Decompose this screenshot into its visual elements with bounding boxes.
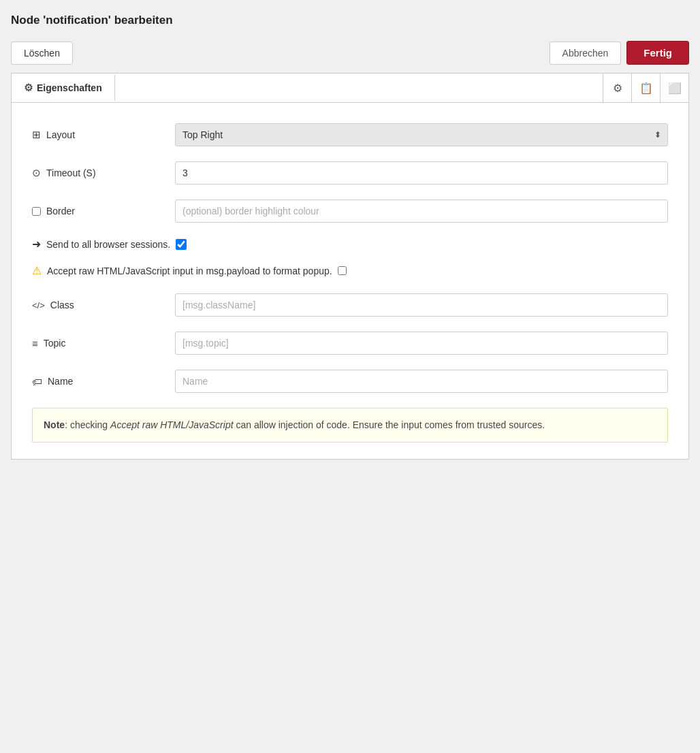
timeout-icon: ⊙ (32, 167, 41, 179)
send-sessions-row: ➜ Send to all browser sessions. (32, 238, 668, 251)
layout-label: ⊞ Layout (32, 129, 175, 141)
arrow-icon: ➜ (32, 238, 41, 251)
class-input[interactable] (175, 293, 668, 317)
tab-properties-label: Eigenschaften (37, 82, 102, 93)
note-text1: : checking (65, 419, 110, 430)
layout-select-wrapper: Top Right Top Left Bottom Right Bottom L… (175, 123, 668, 146)
border-row: Border (32, 199, 668, 223)
accept-raw-checkbox[interactable] (338, 266, 347, 275)
send-label: Send to all browser sessions. (46, 239, 170, 250)
layout-select[interactable]: Top Right Top Left Bottom Right Bottom L… (175, 123, 668, 146)
gear-icon: ⚙ (24, 82, 33, 94)
note-prefix: Note (44, 419, 65, 430)
cancel-button[interactable]: Abbrechen (550, 42, 622, 65)
toolbar: Löschen Abbrechen Fertig (11, 41, 689, 65)
tabs-bar: ⚙ Eigenschaften ⚙ 📋 ⬜ (11, 73, 689, 102)
settings-icon: ⚙ (613, 82, 622, 95)
done-button[interactable]: Fertig (626, 41, 689, 65)
document-icon: 📋 (639, 82, 653, 95)
tab-gear-button[interactable]: ⚙ (603, 74, 631, 102)
topic-row: ≡ Topic (32, 332, 668, 355)
timeout-input[interactable] (175, 161, 668, 185)
properties-panel: ⊞ Layout Top Right Top Left Bottom Right… (11, 102, 689, 460)
border-label: Border (32, 206, 175, 217)
tab-frame-button[interactable]: ⬜ (660, 74, 688, 102)
note-box: Note: checking Accept raw HTML/JavaScrip… (32, 408, 668, 443)
topic-label: ≡ Topic (32, 338, 175, 349)
delete-button[interactable]: Löschen (11, 42, 73, 65)
name-label: 🏷 Name (32, 376, 175, 387)
tab-doc-button[interactable]: 📋 (631, 74, 660, 102)
note-text2: can allow injection of code. Ensure the … (234, 419, 545, 430)
timeout-label: ⊙ Timeout (S) (32, 167, 175, 179)
tab-properties[interactable]: ⚙ Eigenschaften (12, 75, 115, 101)
class-row: </> Class (32, 293, 668, 317)
border-checkbox[interactable] (32, 207, 41, 216)
timeout-row: ⊙ Timeout (S) (32, 161, 668, 185)
warning-icon: ⚠ (32, 264, 42, 277)
code-icon: </> (32, 300, 45, 310)
layout-icon: ⊞ (32, 129, 41, 141)
class-label: </> Class (32, 300, 175, 310)
frame-icon: ⬜ (668, 82, 682, 95)
tag-icon: 🏷 (32, 376, 42, 387)
layout-row: ⊞ Layout Top Right Top Left Bottom Right… (32, 123, 668, 146)
accept-raw-row: ⚠ Accept raw HTML/JavaScript input in ms… (32, 264, 668, 277)
accept-label: Accept raw HTML/JavaScript input in msg.… (47, 266, 332, 276)
border-input[interactable] (175, 199, 668, 223)
send-sessions-checkbox[interactable] (176, 239, 187, 250)
topic-input[interactable] (175, 332, 668, 355)
page-title: Node 'notification' bearbeiten (11, 11, 689, 30)
note-italic: Accept raw HTML/JavaScript (110, 419, 234, 430)
name-input[interactable] (175, 370, 668, 393)
lines-icon: ≡ (32, 338, 38, 349)
name-row: 🏷 Name (32, 370, 668, 393)
